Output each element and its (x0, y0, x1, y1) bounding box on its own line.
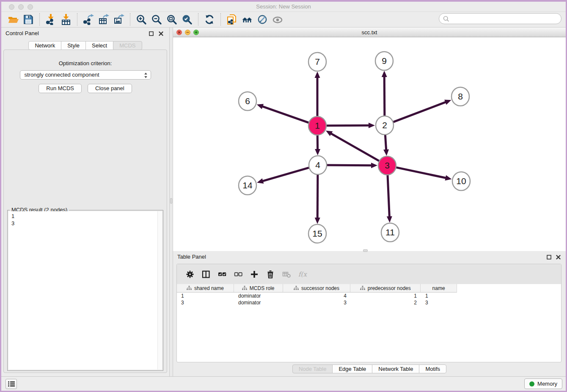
run-mcds-button[interactable]: Run MCDS (39, 84, 82, 93)
column-header-shared-name[interactable]: shared name (177, 284, 234, 292)
tab-node-table[interactable]: Node Table (292, 364, 333, 373)
status-bar: Memory (1, 376, 566, 391)
result-scrollbar[interactable] (157, 211, 162, 370)
graph-node-6[interactable]: 6 (239, 92, 256, 110)
zoom-selected-icon[interactable] (179, 13, 195, 26)
graph-node-7[interactable]: 7 (308, 52, 326, 71)
control-panel-tabs: NetworkStyleSelectMCDS (1, 41, 169, 50)
criterion-dropdown[interactable]: strongly connected component (20, 70, 151, 80)
edge-3-10[interactable] (396, 167, 447, 178)
edge-3-11[interactable] (388, 174, 390, 218)
export-image-icon[interactable] (111, 13, 127, 26)
graph-node-14[interactable]: 14 (239, 176, 256, 195)
edge-1-6[interactable] (261, 106, 309, 123)
show-hide-icon[interactable] (270, 13, 285, 26)
column-visibility-icon[interactable] (200, 268, 212, 281)
memory-button[interactable]: Memory (524, 378, 562, 389)
node-label: 3 (385, 160, 390, 170)
edge-4-3[interactable] (326, 165, 372, 166)
splitter-handle[interactable] (170, 198, 172, 204)
network-canvas[interactable]: 7968124314101511 (173, 37, 566, 251)
edge-4-14[interactable] (262, 168, 310, 182)
table-row[interactable]: 1dominator411 (177, 293, 561, 299)
search-box[interactable] (439, 13, 561, 24)
network-window-titlebar[interactable]: scc.txt (173, 28, 566, 37)
close-panel-button[interactable]: Close panel (88, 84, 132, 93)
edge-arrow-3-11 (387, 216, 392, 223)
zoom-in-icon[interactable] (134, 13, 149, 26)
table-cell: 1 (177, 293, 234, 299)
mcds-result-area[interactable]: 1 3 (8, 211, 162, 370)
edge-4-15[interactable] (317, 174, 318, 219)
task-history-button[interactable] (6, 379, 17, 389)
network-window-title: scc.txt (173, 28, 566, 37)
graph-node-10[interactable]: 10 (452, 172, 470, 190)
graph-node-1[interactable]: 1 (308, 116, 326, 135)
column-header-MCDS-role[interactable]: MCDS role (234, 284, 283, 292)
edge-2-8[interactable] (393, 102, 447, 122)
horizontal-splitter-handle[interactable] (363, 249, 368, 252)
tab-select[interactable]: Select (85, 41, 113, 50)
float-panel-icon[interactable] (149, 31, 154, 36)
toolbar-separator (220, 13, 221, 26)
mcds-result-text: 1 3 (8, 211, 162, 228)
first-neighbors-icon[interactable] (239, 13, 255, 26)
edge-3-1[interactable] (330, 133, 380, 161)
column-header-predecessor-nodes[interactable]: predecessor nodes (350, 284, 421, 292)
vertical-splitter[interactable] (169, 28, 173, 376)
apply-style-icon[interactable] (255, 13, 270, 26)
save-session-icon[interactable] (21, 13, 36, 26)
edge-arrow-4-14 (257, 178, 264, 183)
open-file-icon[interactable] (6, 13, 21, 26)
criterion-value: strongly connected component (25, 72, 99, 78)
tab-edge-table[interactable]: Edge Table (332, 364, 372, 373)
graph-node-15[interactable]: 15 (308, 224, 326, 243)
zoom-out-icon[interactable] (149, 13, 164, 26)
table-cell: dominator (234, 299, 283, 306)
search-input[interactable] (449, 14, 561, 23)
table-cell: 2 (351, 299, 421, 306)
network-graph[interactable]: 7968124314101511 (173, 37, 566, 251)
graph-node-3[interactable]: 3 (378, 156, 396, 175)
add-column-icon[interactable] (248, 268, 261, 281)
tab-motifs[interactable]: Motifs (419, 364, 446, 373)
export-table-icon[interactable] (96, 13, 111, 26)
import-network-icon[interactable] (43, 13, 58, 26)
edge-2-9[interactable] (384, 76, 385, 117)
window-title: Session: New Session (1, 2, 566, 12)
deselect-all-icon[interactable] (232, 268, 245, 281)
refresh-network-icon[interactable] (202, 13, 217, 26)
table-cell: dominator (234, 293, 283, 299)
table-row[interactable]: 3dominator323 (177, 299, 561, 306)
tab-style[interactable]: Style (61, 41, 86, 50)
copy-style-icon[interactable] (224, 13, 239, 26)
graph-node-2[interactable]: 2 (376, 116, 394, 135)
graph-node-4[interactable]: 4 (309, 156, 327, 174)
tab-network[interactable]: Network (28, 41, 61, 50)
export-network-icon[interactable] (81, 13, 96, 26)
select-all-icon[interactable] (216, 268, 228, 281)
column-header-successor-nodes[interactable]: successor nodes (283, 284, 351, 292)
zoom-fit-icon[interactable] (164, 13, 179, 26)
node-label: 15 (312, 229, 322, 238)
table-float-panel-icon[interactable] (546, 254, 552, 260)
table-close-panel-icon[interactable] (556, 254, 561, 260)
mcds-tab-content: Optimization criterion: strongly connect… (3, 50, 167, 373)
edge-2-3[interactable] (385, 134, 386, 151)
graph-node-11[interactable]: 11 (381, 223, 399, 242)
delete-column-icon[interactable] (264, 268, 277, 281)
import-table-icon[interactable] (58, 13, 74, 26)
column-header-name[interactable]: name (421, 284, 457, 292)
tab-network-table[interactable]: Network Table (372, 364, 419, 373)
graph-node-8[interactable]: 8 (451, 87, 469, 106)
toolbar-separator (130, 13, 130, 26)
table-settings-icon[interactable] (184, 268, 196, 281)
main-toolbar-icons (6, 13, 285, 26)
close-panel-icon[interactable] (158, 31, 164, 36)
edge-1-2[interactable] (326, 125, 370, 126)
tab-mcds[interactable]: MCDS (113, 41, 142, 50)
graph-node-9[interactable]: 9 (375, 52, 393, 70)
edge-arrow-4-15 (315, 218, 320, 224)
table-header-row: shared nameMCDS rolesuccessor nodesprede… (177, 284, 457, 293)
column-label: shared name (194, 285, 224, 291)
